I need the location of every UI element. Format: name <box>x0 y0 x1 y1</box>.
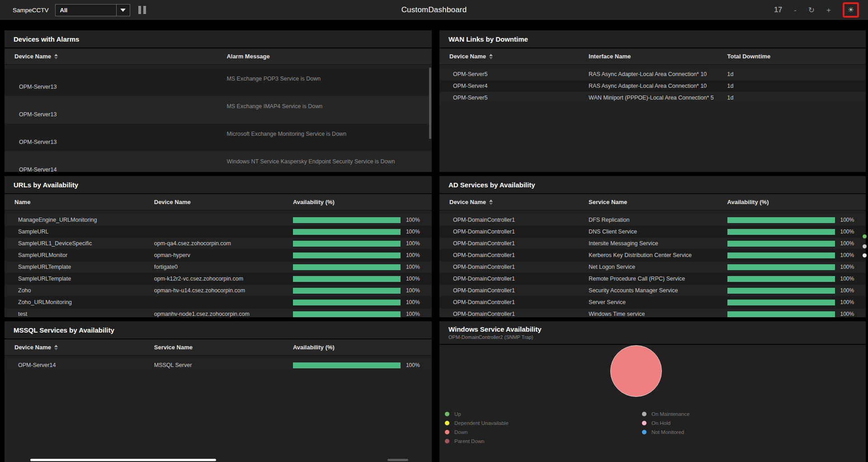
column-header-interface-name[interactable]: Interface Name <box>589 53 727 60</box>
availability-bar <box>293 311 401 317</box>
availability-cell: 100% <box>727 217 866 223</box>
availability-value: 100% <box>840 252 854 258</box>
table-row[interactable]: OPM-DomainController1 Server Service 100… <box>439 296 866 308</box>
table-row[interactable]: SampleURL1_DeviceSpecific opm-qa4.csez.z… <box>5 238 432 249</box>
availability-bar <box>293 264 401 270</box>
column-header-availability[interactable]: Availability (%) <box>727 199 866 205</box>
column-header-availability[interactable]: Availability (%) <box>293 344 432 351</box>
table-row[interactable]: SampleURLTemplate fortigate0 100% <box>5 261 432 273</box>
pause-icon[interactable] <box>138 6 146 14</box>
availability-bar <box>727 252 835 258</box>
availability-value: 100% <box>406 229 420 235</box>
availability-cell: 100% <box>293 311 432 317</box>
column-header-device-name[interactable]: Device Name <box>154 199 293 205</box>
sort-icon <box>54 54 58 59</box>
legend-dot <box>445 439 449 443</box>
panel-title: AD Services by Availability <box>448 181 866 189</box>
url-name: SampleURLTemplate <box>5 264 154 270</box>
url-name: SampleURL1_DeviceSpecific <box>5 240 154 247</box>
zoom-out-button[interactable]: - <box>794 6 797 14</box>
alarm-message: MS Exchange IMAP4 Service is Down <box>226 96 432 124</box>
table-row[interactable]: OPM-DomainController1 Intersite Messagin… <box>439 238 866 249</box>
availability-cell: 100% <box>727 229 866 235</box>
device-name: opman-hv-u14.csez.zohocorpin.com <box>154 287 293 294</box>
column-header-device-name[interactable]: Device Name <box>439 53 589 60</box>
device-name: OPM-DomainController1 <box>439 299 589 305</box>
availability-value: 100% <box>840 276 854 282</box>
availability-cell: 100% <box>293 264 432 270</box>
table-row[interactable]: test opmanhv-node1.csez.zohocorpin.com 1… <box>5 308 432 317</box>
column-header-availability[interactable]: Availability (%) <box>293 199 432 205</box>
zoom-in-button[interactable]: + <box>826 6 831 14</box>
availability-bar <box>293 362 401 368</box>
device-name: OPM-DomainController1 <box>439 287 589 294</box>
vertical-scrollbar[interactable] <box>429 67 431 139</box>
refresh-icon[interactable]: ↻ <box>808 6 815 14</box>
chevron-down-icon[interactable] <box>116 5 130 16</box>
panel-title: URLs by Availability <box>14 181 432 189</box>
panel-windows-service-availability: Windows Service Availability OPM-DomainC… <box>439 321 866 462</box>
column-header-alarm-message[interactable]: Alarm Message <box>226 53 432 60</box>
availability-cell: 100% <box>727 311 866 317</box>
table-row[interactable]: OPM-Server14 Windows NT Service Kaspersk… <box>5 151 432 172</box>
table-row[interactable]: SampleURLMonitor opman-hyperv 100% <box>5 249 432 261</box>
table-row[interactable]: OPM-Server5 RAS Async Adapter-Local Area… <box>439 68 866 80</box>
availability-cell: 100% <box>293 229 432 235</box>
availability-bar <box>727 229 835 235</box>
table-row[interactable]: SampleURLTemplate opm-k12r2-vc.csez.zoho… <box>5 273 432 285</box>
availability-bar <box>727 217 835 223</box>
device-name: opm-k12r2-vc.csez.zohocorpin.com <box>154 276 293 282</box>
column-header-device-name[interactable]: Device Name <box>5 53 226 60</box>
service-name: DNS Client Service <box>589 229 727 235</box>
table-row[interactable]: SampleURL 100% <box>5 226 432 238</box>
table-row[interactable]: OPM-DomainController1 Remote Procedure C… <box>439 273 866 285</box>
table-row[interactable]: OPM-DomainController1 Net Logon Service … <box>439 261 866 273</box>
url-name: Zoho <box>5 287 154 294</box>
alarm-message: Microsoft Exchange Monitoring Service is… <box>226 124 432 151</box>
panel-urls-by-availability: URLs by Availability Name Device Name Av… <box>5 176 432 317</box>
device-name: OPM-DomainController1 <box>439 264 589 270</box>
legend-item: Parent Down <box>445 437 509 446</box>
dashboard-name: SampeCCTV <box>13 7 49 14</box>
filter-select[interactable]: All <box>55 4 130 16</box>
column-header-service-name[interactable]: Service Name <box>154 344 293 351</box>
table-row[interactable]: OPM-Server4 RAS Async Adapter-Local Area… <box>439 80 866 92</box>
legend-item: Up <box>445 410 509 419</box>
table-row[interactable]: OPM-Server14 MSSQL Server 100% <box>5 359 432 371</box>
table-row[interactable]: OPM-DomainController1 Security Accounts … <box>439 285 866 296</box>
column-header-total-downtime[interactable]: Total Downtime <box>727 53 866 60</box>
url-name: ManageEngine_URLMonitoring <box>5 217 154 223</box>
service-name: Kerberos Key Distribution Center Service <box>589 252 727 258</box>
horizontal-scrollbar-secondary[interactable] <box>387 459 408 461</box>
table-row[interactable]: OPM-Server13 MS Exchange POP3 Service is… <box>5 68 432 96</box>
annotation-highlight-box[interactable]: ☀ <box>843 2 859 18</box>
availability-value: 100% <box>406 276 420 282</box>
table-row[interactable]: OPM-Server13 Microsoft Exchange Monitori… <box>5 124 432 151</box>
column-header-service-name[interactable]: Service Name <box>589 199 727 205</box>
device-name: OPM-DomainController1 <box>439 276 589 282</box>
horizontal-scrollbar[interactable] <box>30 459 216 461</box>
column-header-device-name[interactable]: Device Name <box>5 344 154 351</box>
table-row[interactable]: ManageEngine_URLMonitoring 100% <box>5 214 432 226</box>
table-row[interactable]: OPM-Server5 WAN Miniport (PPPOE)-Local A… <box>439 92 866 104</box>
availability-bar <box>727 288 835 294</box>
table-row[interactable]: Zoho_URLMonitoring 100% <box>5 296 432 308</box>
sort-icon <box>489 54 493 59</box>
pie-chart-down-slice[interactable] <box>610 345 662 397</box>
column-header-device-name[interactable]: Device Name <box>439 199 589 205</box>
brightness-icon[interactable]: ☀ <box>848 6 854 14</box>
panel-mssql-services: MSSQL Services by Availability Device Na… <box>5 321 432 462</box>
device-name: OPM-Server13 <box>5 96 226 124</box>
table-row[interactable]: OPM-Server13 MS Exchange IMAP4 Service i… <box>5 96 432 124</box>
table-row[interactable]: OPM-DomainController1 Windows Time servi… <box>439 308 866 317</box>
legend-item: Dependent Unavailable <box>445 419 509 428</box>
table-row[interactable]: OPM-DomainController1 DNS Client Service… <box>439 226 866 238</box>
table-row[interactable]: Zoho opman-hv-u14.csez.zohocorpin.com 10… <box>5 285 432 296</box>
panel-devices-with-alarms: Devices with Alarms Device Name Alarm Me… <box>5 30 432 172</box>
panel-title: MSSQL Services by Availability <box>14 326 432 334</box>
availability-cell: 100% <box>727 264 866 270</box>
table-row[interactable]: OPM-DomainController1 DFS Replication 10… <box>439 214 866 226</box>
total-downtime: 1d <box>727 83 866 89</box>
column-header-name[interactable]: Name <box>5 199 154 205</box>
table-row[interactable]: OPM-DomainController1 Kerberos Key Distr… <box>439 249 866 261</box>
